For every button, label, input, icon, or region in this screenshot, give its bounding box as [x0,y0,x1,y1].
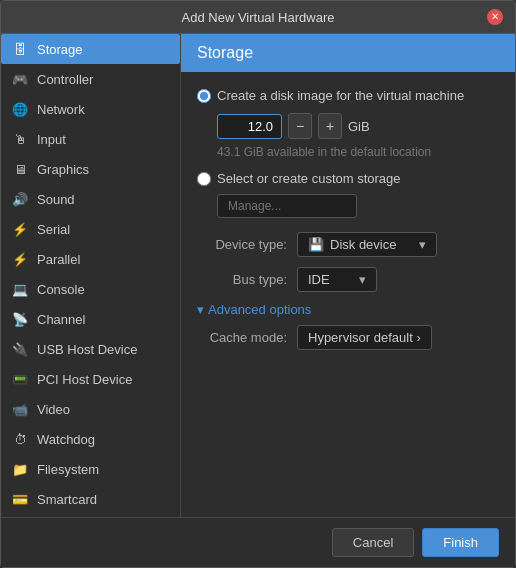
cache-mode-value: Hypervisor default › [308,330,421,345]
parallel-icon: ⚡ [11,250,29,268]
smartcard-icon: 💳 [11,490,29,508]
network-icon: 🌐 [11,100,29,118]
titlebar: Add New Virtual Hardware ✕ [1,1,515,34]
device-type-value: Disk device [330,237,396,252]
content-area: 🗄 Storage 🎮 Controller 🌐 Network 🖱 Input… [1,34,515,517]
sidebar-label-sound: Sound [37,192,75,207]
bus-type-value: IDE [308,272,330,287]
sidebar-label-smartcard: Smartcard [37,492,97,507]
sidebar-item-storage[interactable]: 🗄 Storage [1,34,180,64]
sidebar-item-channel[interactable]: 📡 Channel [1,304,180,334]
finish-button[interactable]: Finish [422,528,499,557]
filesystem-icon: 📁 [11,460,29,478]
cancel-button[interactable]: Cancel [332,528,414,557]
sidebar-item-pci-host[interactable]: 📟 PCI Host Device [1,364,180,394]
sidebar-item-usb-host[interactable]: 🔌 USB Host Device [1,334,180,364]
sidebar-label-usb-host: USB Host Device [37,342,137,357]
advanced-toggle[interactable]: ▾ Advanced options [197,302,499,317]
input-icon: 🖱 [11,130,29,148]
controller-icon: 🎮 [11,70,29,88]
sidebar-item-watchdog[interactable]: ⏱ Watchdog [1,424,180,454]
sidebar-label-filesystem: Filesystem [37,462,99,477]
advanced-options-row: ▾ Advanced options [197,302,499,317]
disk-size-row: − + GiB [217,113,499,139]
main-content: Create a disk image for the virtual mach… [181,72,515,517]
sidebar-label-storage: Storage [37,42,83,57]
sidebar-item-smartcard[interactable]: 💳 Smartcard [1,484,180,514]
sound-icon: 🔊 [11,190,29,208]
sidebar-item-sound[interactable]: 🔊 Sound [1,184,180,214]
sidebar-label-pci-host: PCI Host Device [37,372,132,387]
sidebar-item-network[interactable]: 🌐 Network [1,94,180,124]
sidebar-label-network: Network [37,102,85,117]
device-type-select[interactable]: 💾 Disk device ▾ [297,232,437,257]
bus-type-label: Bus type: [197,272,287,287]
device-type-row: Device type: 💾 Disk device ▾ [197,232,499,257]
sidebar-label-graphics: Graphics [37,162,89,177]
serial-icon: ⚡ [11,220,29,238]
sidebar-item-input[interactable]: 🖱 Input [1,124,180,154]
main-panel: Storage Create a disk image for the virt… [181,34,515,517]
custom-storage-label: Select or create custom storage [217,171,401,186]
dialog-title: Add New Virtual Hardware [29,10,487,25]
footer: Cancel Finish [1,517,515,567]
console-icon: 💻 [11,280,29,298]
device-type-label: Device type: [197,237,287,252]
cache-mode-label: Cache mode: [197,330,287,345]
sidebar-item-serial[interactable]: ⚡ Serial [1,214,180,244]
sidebar: 🗄 Storage 🎮 Controller 🌐 Network 🖱 Input… [1,34,181,517]
sidebar-label-video: Video [37,402,70,417]
sidebar-label-console: Console [37,282,85,297]
main-header: Storage [181,34,515,72]
disk-icon: 💾 [308,237,324,252]
manage-row [217,194,499,218]
advanced-label: Advanced options [208,302,311,317]
pci-host-icon: 📟 [11,370,29,388]
sidebar-label-controller: Controller [37,72,93,87]
chevron-down-icon: ▾ [419,237,426,252]
channel-icon: 📡 [11,310,29,328]
cache-mode-row: Cache mode: Hypervisor default › [197,325,499,350]
sidebar-label-channel: Channel [37,312,85,327]
decrease-size-button[interactable]: − [288,113,312,139]
disk-size-input[interactable] [217,114,282,139]
dialog: Add New Virtual Hardware ✕ 🗄 Storage 🎮 C… [0,0,516,568]
graphics-icon: 🖥 [11,160,29,178]
storage-icon: 🗄 [11,40,29,58]
usb-host-icon: 🔌 [11,340,29,358]
sidebar-label-input: Input [37,132,66,147]
close-button[interactable]: ✕ [487,9,503,25]
sidebar-item-controller[interactable]: 🎮 Controller [1,64,180,94]
chevron-down-icon-2: ▾ [359,272,366,287]
sidebar-item-parallel[interactable]: ⚡ Parallel [1,244,180,274]
sidebar-item-filesystem[interactable]: 📁 Filesystem [1,454,180,484]
gib-label: GiB [348,119,370,134]
available-space-hint: 43.1 GiB available in the default locati… [217,145,499,159]
create-disk-row: Create a disk image for the virtual mach… [197,88,499,103]
custom-storage-row: Select or create custom storage [197,171,499,186]
bus-type-select[interactable]: IDE ▾ [297,267,377,292]
custom-storage-radio[interactable] [197,172,211,186]
chevron-right-icon: ▾ [197,302,204,317]
video-icon: 📹 [11,400,29,418]
bus-type-row: Bus type: IDE ▾ [197,267,499,292]
sidebar-item-console[interactable]: 💻 Console [1,274,180,304]
create-disk-label: Create a disk image for the virtual mach… [217,88,464,103]
create-disk-radio[interactable] [197,89,211,103]
watchdog-icon: ⏱ [11,430,29,448]
sidebar-label-serial: Serial [37,222,70,237]
increase-size-button[interactable]: + [318,113,342,139]
manage-input[interactable] [217,194,357,218]
sidebar-item-video[interactable]: 📹 Video [1,394,180,424]
cache-mode-button[interactable]: Hypervisor default › [297,325,432,350]
sidebar-item-graphics[interactable]: 🖥 Graphics [1,154,180,184]
sidebar-label-watchdog: Watchdog [37,432,95,447]
sidebar-label-parallel: Parallel [37,252,80,267]
